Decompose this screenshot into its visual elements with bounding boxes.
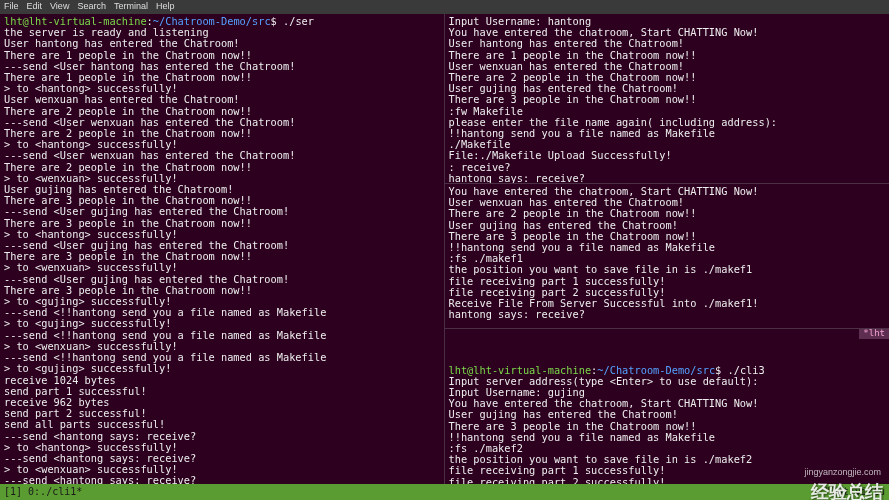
statusbar-host: "lht-virtu xyxy=(825,484,885,500)
menu-terminal[interactable]: Terminal xyxy=(114,1,148,12)
pane-client1[interactable]: Input Username: hantongYou have entered … xyxy=(445,14,890,184)
terminal-line: There are 2 people in the Chatroom now!! xyxy=(449,208,886,219)
terminal-line: User gujing has entered the Chatroom! xyxy=(449,409,886,420)
terminal-line: file receiving part 1 successfully! xyxy=(449,465,886,476)
statusbar-session: [1] 0:./cli1* xyxy=(4,484,82,500)
terminal-line: User hantong has entered the Chatroom! xyxy=(4,38,440,49)
terminal-line: > to <gujing> successfully! xyxy=(4,318,440,329)
active-pane-label: *lht xyxy=(859,329,889,339)
terminal-line: User hantong has entered the Chatroom! xyxy=(449,38,886,49)
menubar: File Edit View Search Terminal Help xyxy=(0,0,889,14)
tmux-panes: lht@lht-virtual-machine:~/Chatroom-Demo/… xyxy=(0,14,889,484)
terminal-line: ---send <User gujing has entered the Cha… xyxy=(4,206,440,217)
terminal-line: File:./Makefile Upload Successfully! xyxy=(449,150,886,161)
terminal-line: send all parts successful! xyxy=(4,419,440,430)
menu-search[interactable]: Search xyxy=(77,1,106,12)
terminal-line: ---send <hantong says: receive? xyxy=(4,475,440,484)
terminal-line: hantong says: receive? xyxy=(449,173,886,184)
pane-client3[interactable]: *lht lht@lht-virtual-machine:~/Chatroom-… xyxy=(445,329,890,484)
terminal-line: hantong says: receive? xyxy=(449,309,886,320)
terminal-line: ---send <User wenxuan has entered the Ch… xyxy=(4,150,440,161)
terminal-line: > to <gujing> successfully! xyxy=(4,363,440,374)
pane-server[interactable]: lht@lht-virtual-machine:~/Chatroom-Demo/… xyxy=(0,14,445,484)
menu-view[interactable]: View xyxy=(50,1,69,12)
terminal-line: User wenxuan has entered the Chatroom! xyxy=(4,94,440,105)
terminal-line: > to <wenxuan> successfully! xyxy=(4,262,440,273)
terminal-line: file receiving part 2 successfully! xyxy=(449,477,886,484)
terminal-line: the position you want to save file in is… xyxy=(449,264,886,275)
menu-help[interactable]: Help xyxy=(156,1,175,12)
menu-edit[interactable]: Edit xyxy=(27,1,43,12)
terminal-line: !!hantong send you a file named as Makef… xyxy=(449,128,886,139)
menu-file[interactable]: File xyxy=(4,1,19,12)
tmux-statusbar: [1] 0:./cli1* "lht-virtu xyxy=(0,484,889,500)
terminal-line: There are 3 people in the Chatroom now!! xyxy=(449,94,886,105)
pane-client2[interactable]: You have entered the chatroom, Start CHA… xyxy=(445,184,890,329)
